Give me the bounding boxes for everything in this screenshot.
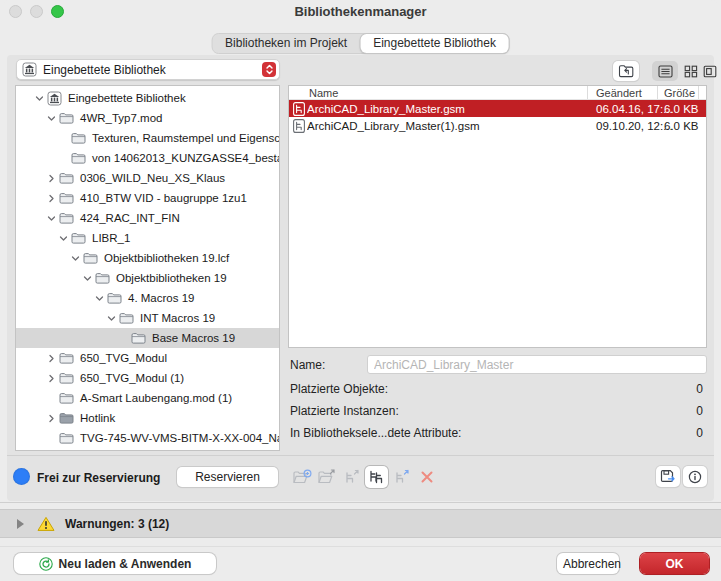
object-out-button[interactable] (340, 466, 363, 488)
library-manager-window: Bibliothekenmanager Bibliotheken im Proj… (0, 0, 721, 581)
tree-item-label: 410_BTW VID - baugruppe 1zu1 (80, 192, 247, 204)
chevron-right-icon[interactable] (47, 414, 56, 423)
warnings-bar[interactable]: Warnungen: 3 (12) (0, 509, 721, 538)
detail-label: Platzierte Objekte: (290, 382, 388, 404)
folder-icon (59, 432, 74, 444)
tab-bibliotheken-im-projekt[interactable]: Bibliotheken im Projekt (212, 34, 360, 53)
object-export-button[interactable] (390, 466, 413, 488)
tree-item-label: Texturen, Raumstempel und Eigenschaften-… (92, 132, 280, 144)
file-modified: 09.10.20, 12:... (588, 120, 658, 132)
large-view-button[interactable] (700, 61, 720, 81)
folder-icon (59, 392, 74, 404)
folder-icon (59, 412, 74, 424)
tree-item[interactable]: LIBR_1 (16, 228, 279, 248)
tree-item[interactable]: von 14062013_KUNZGASSE4_bestand.pla (16, 148, 279, 168)
tree-item[interactable] (16, 448, 279, 451)
chevron-right-icon[interactable] (47, 194, 56, 203)
chevron-right-icon[interactable] (47, 354, 56, 363)
column-header-modified[interactable]: Geändert (588, 86, 658, 99)
tree-item-label: Eingebettete Bibliothek (68, 92, 186, 104)
reload-apply-button[interactable]: Neu laden & Anwenden (14, 553, 216, 574)
chevron-right-icon[interactable] (47, 174, 56, 183)
folder-icon (59, 372, 74, 384)
library-selector-dropdown[interactable]: Eingebettete Bibliothek (16, 59, 280, 80)
info-button[interactable] (683, 466, 707, 487)
library-tree: Eingebettete Bibliothek4WR_Typ7.modTextu… (15, 85, 280, 451)
parent-folder-icon (618, 64, 634, 78)
ok-button[interactable]: OK (640, 553, 709, 574)
tree-item[interactable]: 650_TVG_Modul (16, 348, 279, 368)
chevron-down-icon[interactable] (47, 214, 56, 223)
column-header-size[interactable]: Größe (658, 86, 699, 99)
file-row[interactable]: ArchiCAD_Library_Master.gsm06.04.16, 17:… (289, 100, 706, 117)
tree-item-label: LIBR_1 (92, 232, 130, 244)
file-rows: ArchiCAD_Library_Master.gsm06.04.16, 17:… (289, 100, 706, 134)
delete-button[interactable] (415, 466, 438, 488)
tree-item[interactable]: A-Smart Laubengang.mod (1) (16, 388, 279, 408)
tree-item[interactable]: Hotlink (16, 408, 279, 428)
tree-item[interactable]: Eingebettete Bibliothek (16, 88, 279, 108)
file-name: ArchiCAD_Library_Master.gsm (307, 103, 588, 115)
chevron-down-icon[interactable] (47, 114, 56, 123)
chevron-down-icon[interactable] (71, 254, 80, 263)
tree-item[interactable]: Objektbibliotheken 19 (16, 268, 279, 288)
tree-item[interactable]: 410_BTW VID - baugruppe 1zu1 (16, 188, 279, 208)
folder-icon (59, 352, 74, 364)
list-view-button[interactable] (652, 61, 678, 81)
tree-item[interactable]: 650_TVG_Modul (1) (16, 368, 279, 388)
tree-item[interactable]: 0306_WILD_Neu_XS_Klaus (16, 168, 279, 188)
file-row[interactable]: ArchiCAD_Library_Master(1).gsm09.10.20, … (289, 117, 706, 134)
chevron-down-icon[interactable] (107, 314, 116, 323)
folder-arrow-icon (317, 469, 337, 485)
gsm-object-icon (293, 102, 305, 116)
dropdown-stepper-icon[interactable] (262, 62, 276, 77)
tree-item[interactable]: Objektbibliotheken 19.lcf (16, 248, 279, 268)
tree-item[interactable]: 424_RAC_INT_FIN (16, 208, 279, 228)
file-list: Name Geändert Größe ArchiCAD_Library_Mas… (288, 85, 707, 348)
large-view-icon (703, 65, 717, 78)
tree-item[interactable]: TVG-745-WV-VMS-BITM-X-XX-004_Nachbargebä (16, 428, 279, 448)
grid-view-button[interactable] (681, 61, 701, 81)
reserve-button[interactable]: Reservieren (177, 467, 278, 487)
tree-item[interactable]: Texturen, Raumstempel und Eigenschaften-… (16, 128, 279, 148)
chair-arrow-icon (343, 469, 361, 485)
tree-item-label: INT Macros 19 (140, 312, 215, 324)
folder-icon (71, 232, 86, 244)
chevron-down-icon[interactable] (95, 294, 104, 303)
chevron-right-icon[interactable] (47, 374, 56, 383)
detail-label: Platzierte Instanzen: (290, 404, 399, 426)
tree-item[interactable]: 4WR_Typ7.mod (16, 108, 279, 128)
tree-item-label: 4. Macros 19 (128, 292, 194, 304)
chair-blue-arrow-icon (393, 469, 411, 485)
export-library-button[interactable] (315, 466, 338, 488)
detail-label: In Bibliotheksele...dete Attribute: (290, 426, 461, 448)
file-list-header: Name Geändert Größe (289, 86, 706, 100)
folder-icon (59, 172, 74, 184)
chevron-down-icon[interactable] (35, 94, 44, 103)
tree-item[interactable]: 4. Macros 19 (16, 288, 279, 308)
chevron-down-icon[interactable] (59, 234, 68, 243)
parent-folder-button[interactable] (613, 61, 639, 81)
folder-icon (131, 332, 146, 344)
tree-item[interactable]: INT Macros 19 (16, 308, 279, 328)
folder-icon (71, 132, 86, 144)
add-library-button[interactable] (290, 466, 313, 488)
info-icon (688, 470, 702, 484)
folder-icon (83, 252, 98, 264)
tab-eingebettete-bibliothek[interactable]: Eingebettete Bibliothek (360, 34, 509, 53)
tree-item[interactable]: Base Macros 19 (16, 328, 279, 348)
file-modified: 06.04.16, 17:... (588, 103, 658, 115)
disclosure-triangle-icon[interactable] (17, 519, 24, 529)
tab-bar: Bibliotheken im Projekt Eingebettete Bib… (211, 33, 510, 54)
save-library-button[interactable] (656, 466, 680, 487)
detail-row: Platzierte Objekte:0 (290, 382, 703, 404)
name-input[interactable] (367, 355, 707, 374)
detail-row: Platzierte Instanzen:0 (290, 404, 703, 426)
folder-icon (71, 152, 86, 164)
embedded-library-icon (22, 62, 37, 77)
reload-apply-label: Neu laden & Anwenden (59, 557, 192, 571)
column-header-name[interactable]: Name (289, 86, 588, 99)
cancel-button[interactable]: Abbrechen (557, 553, 619, 574)
chevron-down-icon[interactable] (83, 274, 92, 283)
duplicate-object-button[interactable] (365, 466, 388, 488)
